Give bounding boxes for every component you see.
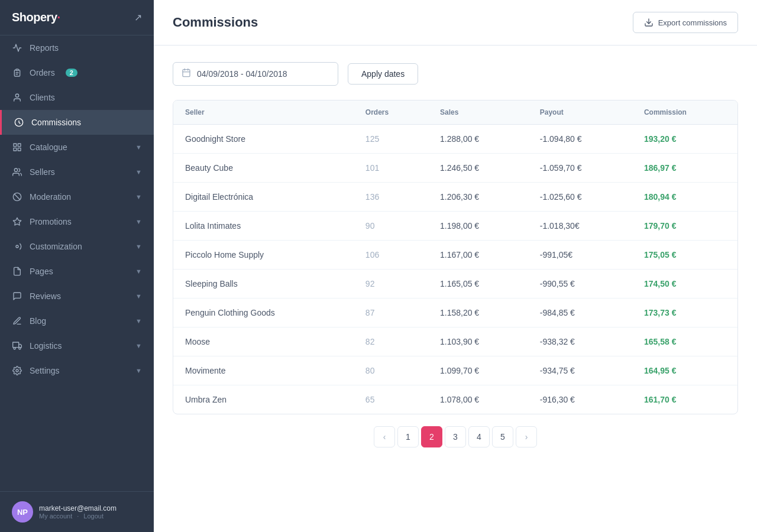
settings-icon (12, 365, 22, 376)
chevron-icon: ▼ (135, 168, 142, 176)
cell-seller-8: Movimente (173, 356, 354, 385)
user-email: market-user@email.com (39, 504, 117, 512)
nav-left-customization: Customization (12, 241, 82, 252)
chevron-icon: ▼ (135, 317, 142, 325)
commissions-icon (14, 117, 24, 128)
user-info: market-user@email.com My account · Logou… (39, 504, 117, 520)
sidebar-item-catalogue[interactable]: Catalogue ▼ (0, 135, 154, 160)
sidebar-item-commissions[interactable]: Commissions (0, 110, 154, 135)
pagination: ‹ 12345 › (173, 414, 738, 450)
pagination-page-1[interactable]: 1 (397, 426, 419, 447)
clients-icon (12, 92, 22, 103)
table-row: Sleeping Balls 92 1.165,05 € -990,55 € 1… (173, 270, 737, 299)
svg-rect-7 (18, 148, 21, 151)
nav-left-orders: Orders 2 (12, 67, 77, 78)
table-row: Moose 82 1.103,90 € -938,32 € 165,58 € (173, 327, 737, 356)
sidebar-item-moderation[interactable]: Moderation ▼ (0, 184, 154, 209)
cell-commission-1: 186,97 € (632, 154, 737, 183)
svg-marker-15 (19, 344, 22, 347)
pagination-next[interactable]: › (516, 426, 537, 447)
sidebar-item-sellers[interactable]: Sellers ▼ (0, 160, 154, 184)
cell-commission-3: 179,70 € (632, 212, 737, 241)
cell-seller-2: Digitail Electrónica (173, 183, 354, 212)
cell-seller-0: Goodnight Store (173, 125, 354, 154)
nav-label-pages: Pages (30, 267, 53, 276)
commissions-table-wrap: Seller Orders Sales Payout Commission Go… (173, 100, 738, 414)
catalogue-icon (12, 142, 22, 153)
table-row: Piccolo Home Supply 106 1.167,00 € -991,… (173, 241, 737, 270)
svg-rect-0 (16, 69, 18, 71)
logout-link[interactable]: Logout (83, 512, 103, 520)
cell-orders-3: 90 (354, 212, 428, 241)
pagination-page-5[interactable]: 5 (492, 426, 513, 447)
col-orders: Orders (354, 100, 428, 125)
chevron-icon: ▼ (135, 243, 142, 250)
nav-left-commissions: Commissions (14, 117, 81, 128)
cell-commission-4: 175,05 € (632, 241, 737, 270)
date-range-input[interactable]: 04/09/2018 - 04/10/2018 (173, 62, 338, 86)
nav-label-reports: Reports (30, 43, 59, 53)
content-area: 04/09/2018 - 04/10/2018 Apply dates Sell… (154, 46, 757, 532)
nav-left-sellers: Sellers (12, 167, 55, 177)
sidebar-item-customization[interactable]: Customization ▼ (0, 234, 154, 259)
sidebar-item-reviews[interactable]: Reviews ▼ (0, 284, 154, 309)
cell-commission-9: 161,70 € (632, 385, 737, 414)
nav-left-pages: Pages (12, 266, 53, 277)
cell-seller-3: Lolita Intimates (173, 212, 354, 241)
sidebar-item-logistics[interactable]: Logistics ▼ (0, 333, 154, 358)
nav-label-commissions: Commissions (31, 118, 81, 127)
logo: Shopery· (12, 11, 60, 24)
cell-sales-4: 1.167,00 € (428, 241, 528, 270)
nav-label-clients: Clients (30, 93, 55, 102)
avatar: NP (12, 501, 33, 523)
svg-point-9 (14, 168, 17, 171)
table-row: Goodnight Store 125 1.288,00 € -1.094,80… (173, 125, 737, 154)
cell-commission-6: 173,73 € (632, 299, 737, 327)
sidebar-item-orders[interactable]: Orders 2 (0, 60, 154, 85)
blog-icon (12, 316, 22, 326)
sidebar-item-blog[interactable]: Blog ▼ (0, 309, 154, 333)
pagination-page-3[interactable]: 3 (445, 426, 466, 447)
customization-icon (12, 241, 22, 252)
cell-orders-9: 65 (354, 385, 428, 414)
svg-point-3 (15, 94, 18, 97)
chevron-icon: ▼ (135, 193, 142, 200)
cell-orders-2: 136 (354, 183, 428, 212)
cell-payout-1: -1.059,70 € (528, 154, 632, 183)
export-commissions-button[interactable]: Export commissions (633, 12, 738, 33)
cell-seller-4: Piccolo Home Supply (173, 241, 354, 270)
table-row: Beauty Cube 101 1.246,50 € -1.059,70 € 1… (173, 154, 737, 183)
cell-sales-9: 1.078,00 € (428, 385, 528, 414)
cell-seller-7: Moose (173, 327, 354, 356)
cell-commission-7: 165,58 € (632, 327, 737, 356)
cell-payout-4: -991,05€ (528, 241, 632, 270)
sidebar-item-settings[interactable]: Settings ▼ (0, 358, 154, 383)
date-filter: 04/09/2018 - 04/10/2018 Apply dates (173, 62, 738, 86)
pagination-page-4[interactable]: 4 (468, 426, 490, 447)
my-account-link[interactable]: My account (39, 512, 72, 520)
cell-payout-7: -938,32 € (528, 327, 632, 356)
sidebar-item-clients[interactable]: Clients (0, 85, 154, 110)
sidebar-item-pages[interactable]: Pages ▼ (0, 259, 154, 284)
logistics-icon (12, 340, 22, 351)
nav-label-blog: Blog (30, 316, 46, 326)
expand-icon[interactable]: ↗ (134, 12, 142, 23)
pagination-page-2[interactable]: 2 (421, 426, 442, 447)
cell-seller-1: Beauty Cube (173, 154, 354, 183)
sellers-icon (12, 167, 22, 177)
apply-dates-button[interactable]: Apply dates (348, 63, 418, 85)
sidebar-footer: NP market-user@email.com My account · Lo… (0, 491, 154, 532)
table-row: Digitail Electrónica 136 1.206,30 € -1.0… (173, 183, 737, 212)
nav-left-promotions: Promotions (12, 216, 72, 227)
pagination-prev[interactable]: ‹ (374, 426, 395, 447)
sidebar-item-promotions[interactable]: Promotions ▼ (0, 209, 154, 234)
svg-rect-6 (18, 144, 21, 147)
cell-seller-5: Sleeping Balls (173, 270, 354, 299)
svg-point-13 (16, 245, 18, 248)
nav-left-logistics: Logistics (12, 340, 62, 351)
cell-sales-7: 1.103,90 € (428, 327, 528, 356)
export-icon (644, 18, 654, 27)
cell-sales-2: 1.206,30 € (428, 183, 528, 212)
sidebar-item-reports[interactable]: Reports (0, 35, 154, 60)
pages-icon (12, 266, 22, 277)
